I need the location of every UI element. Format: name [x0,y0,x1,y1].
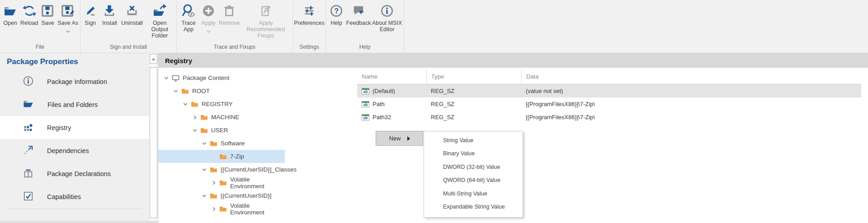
submenu-item-dword-value[interactable]: DWORD (32-bit) Value [424,160,523,174]
about-msix-editor-button[interactable]: About MSIX Editor [372,2,402,33]
apply-recommended-fixups-button[interactable]: Apply Recommended Fixups [241,2,291,39]
table-row[interactable]: ab Path32 REG_SZ [{ProgramFilesX86}]\7-Z… [357,111,861,124]
tree-row[interactable]: ROOT [158,84,285,98]
help-button[interactable]: ? Help [327,2,345,26]
open-output-folder-label: Open Output Folder [144,20,175,39]
sidebar-item-package-declarations[interactable]: Package Declarations [0,162,149,185]
open-button[interactable]: Open [1,2,20,26]
uninstall-button[interactable]: Uninstall [120,2,144,26]
sidebar-item-registry[interactable]: Registry [0,116,149,139]
tree-row[interactable]: Volatile Environment [158,176,285,189]
chevron-expanded-icon[interactable] [183,102,188,107]
info-icon [23,75,34,88]
folder-icon [210,192,217,200]
save-button[interactable]: Save [39,2,57,26]
sidebar-scrollbar[interactable] [149,53,158,223]
chevron-expanded-icon[interactable] [192,128,197,133]
chevron-expanded-icon[interactable] [164,75,169,80]
ribbon-group-settings: Preferences Settings [292,0,326,53]
chevron-expanded-icon[interactable] [202,141,207,146]
chevron-collapsed-icon[interactable] [211,180,216,185]
chevron-expanded-icon[interactable] [202,167,207,172]
tree-node-label: Volatile Environment [230,176,285,190]
sign-button[interactable]: Sign [81,2,99,26]
tree-row[interactable]: Package Content [158,71,285,84]
sign-pencil-icon [83,3,98,19]
value-type: REG_SZ [431,114,454,121]
ribbon-group-help-label: Help [326,44,404,53]
sidebar-item-files-and-folders[interactable]: Files and Folders [0,93,149,116]
value-data: [{ProgramFilesX86}]\7-Zip\ [526,114,595,121]
tree-node-label: Package Content [183,74,230,81]
value-data: [{ProgramFilesX86}]\7-Zip\ [526,101,595,107]
folder-icon [191,101,198,108]
context-menu-new-item[interactable]: New [376,131,423,146]
reload-button[interactable]: Reload [20,2,39,26]
chevron-collapsed-icon[interactable] [211,206,216,211]
registry-tree: Package Content ROOT REGISTRY MACHINE US [158,71,285,215]
ribbon-group-help: ? Help Feedback About MSIX Editor [326,0,404,53]
sidebar-item-package-information[interactable]: Package Information [0,70,149,93]
folder-icon [219,153,227,160]
open-output-folder-icon [152,3,167,19]
sidebar-item-capabilities[interactable]: Capabilities [0,185,149,208]
preferences-label: Preferences [294,20,324,26]
tree-row[interactable]: [{CurrentUserSID}]_Classes [158,163,285,176]
apply-recommended-fixups-label: Apply Recommended Fixups [241,20,291,39]
column-header-data[interactable]: Data [521,69,861,84]
folder-icon [181,88,189,95]
column-header-name[interactable]: Name [357,69,426,84]
remove-button[interactable]: Remove [218,2,241,26]
table-row[interactable]: ab Path REG_SZ [{ProgramFilesX86}]\7-Zip… [357,98,861,111]
chevron-expanded-icon[interactable] [202,193,207,198]
value-type: REG_SZ [431,101,454,107]
gift-icon [23,167,34,180]
value-name: Path32 [373,114,391,121]
apply-button[interactable]: Apply [199,2,218,35]
value-name: (Default) [373,88,395,94]
save-as-button[interactable]: Save As [57,2,79,35]
tree-node-label: [{CurrentUserSID}] [221,192,272,199]
submenu-item-expandable-string-value[interactable]: Expandable String Value [424,200,523,214]
submenu-item-multi-string-value[interactable]: Multi-String Value [424,187,523,200]
sidebar-item-label: Dependencies [47,147,89,154]
open-folder-icon [3,3,18,19]
tree-row[interactable]: Software [158,137,285,150]
ribbon-group-file: Open Reload Save [0,0,80,53]
folder-icon [200,114,208,121]
install-button[interactable]: Install [99,2,120,26]
submenu-item-qword-value[interactable]: QWORD (64-bit) Value [424,174,523,187]
submenu-item-string-value[interactable]: String Value [424,134,523,147]
sidebar-divider [6,209,142,209]
table-row-selected[interactable]: ab (Default) REG_SZ (value not set) [357,84,861,98]
about-msix-editor-label: About MSIX Editor [372,20,402,33]
tree-node-label: USER [211,127,228,134]
scrollbar-up-arrow-icon[interactable] [150,54,157,64]
sidebar-item-label: Files and Folders [47,101,98,108]
column-header-type[interactable]: Type [426,69,521,84]
string-value-icon: ab [362,88,369,94]
checkbox-icon [23,190,34,203]
sidebar-item-dependencies[interactable]: Dependencies [0,139,149,162]
chevron-expanded-icon[interactable] [173,88,178,93]
tree-row[interactable]: REGISTRY [158,98,285,111]
dependencies-arrow-icon [23,144,34,157]
preferences-button[interactable]: Preferences [294,2,325,26]
expander-spacer [211,154,216,159]
tree-row-selected[interactable]: 7-Zip [158,150,285,163]
open-output-folder-button[interactable]: Open Output Folder [144,2,175,39]
feedback-button[interactable]: Feedback [345,2,372,26]
ribbon-empty-space [404,0,868,53]
tree-row[interactable]: USER [158,124,285,137]
tree-row[interactable]: MACHINE [158,111,285,124]
registry-values-table: Name Type Data ab (Default) REG_SZ (valu… [357,69,861,124]
chevron-collapsed-icon[interactable] [192,115,197,120]
save-as-label: Save As [57,20,78,26]
help-question-icon: ? [329,3,344,19]
context-menu-new-label: New [389,135,401,142]
scrollbar-thumb[interactable] [150,67,157,218]
tree-row[interactable]: [{CurrentUserSID}] [158,189,285,202]
trace-app-button[interactable]: Trace App [178,2,199,33]
tree-row[interactable]: Volatile Environment [158,202,285,215]
submenu-item-binary-value[interactable]: Binary Value [424,147,523,161]
